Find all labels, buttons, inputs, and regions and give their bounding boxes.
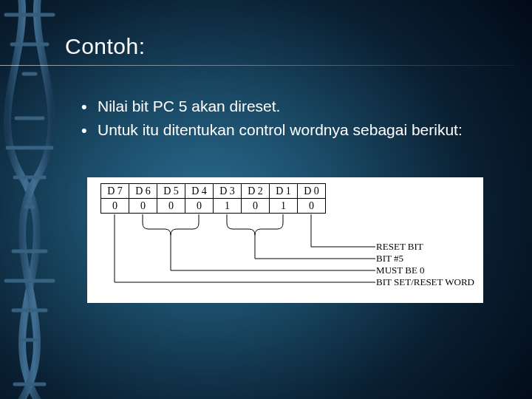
bit-value: 0: [242, 199, 270, 214]
bit-header: D 6: [129, 184, 157, 199]
title-underline: [0, 65, 514, 66]
bit-header: D 1: [270, 184, 298, 199]
bit-header: D 7: [101, 184, 129, 199]
bit-value: 0: [185, 199, 214, 214]
table-row: D 7 D 6 D 5 D 4 D 3 D 2 D 1 D 0: [101, 184, 326, 199]
bit-label: BIT #5: [376, 253, 474, 265]
bullet-list: Nilai bit PC 5 akan direset. Untuk itu d…: [81, 95, 480, 142]
bit-value: 0: [298, 199, 326, 214]
bullet-item: Untuk itu ditentukan control wordnya seb…: [81, 119, 480, 141]
bit-header: D 3: [214, 184, 242, 199]
bit-value: 1: [270, 199, 298, 214]
bit-value: 0: [101, 199, 129, 214]
bit-label: MUST BE 0: [376, 265, 474, 276]
slide-title: Contoh:: [65, 34, 532, 59]
bit-header: D 4: [185, 184, 214, 199]
bit-value: 0: [157, 199, 185, 214]
bit-header: D 2: [242, 184, 270, 199]
bit-value: 0: [129, 199, 157, 214]
bit-table: D 7 D 6 D 5 D 4 D 3 D 2 D 1 D 0 0 0 0 0 …: [100, 183, 326, 214]
bit-label: BIT SET/RESET WORD: [376, 276, 474, 288]
bit-header: D 0: [298, 184, 326, 199]
bit-label: RESET BIT: [376, 241, 474, 253]
control-word-diagram: D 7 D 6 D 5 D 4 D 3 D 2 D 1 D 0 0 0 0 0 …: [87, 177, 483, 303]
slide: Contoh: Nilai bit PC 5 akan direset. Unt…: [0, 0, 532, 399]
bit-group-labels: RESET BIT BIT #5 MUST BE 0 BIT SET/RESET…: [376, 241, 474, 288]
bullet-item: Nilai bit PC 5 akan direset.: [81, 95, 480, 117]
bit-header: D 5: [157, 184, 185, 199]
table-row: 0 0 0 0 1 0 1 0: [101, 199, 326, 214]
bit-value: 1: [214, 199, 242, 214]
